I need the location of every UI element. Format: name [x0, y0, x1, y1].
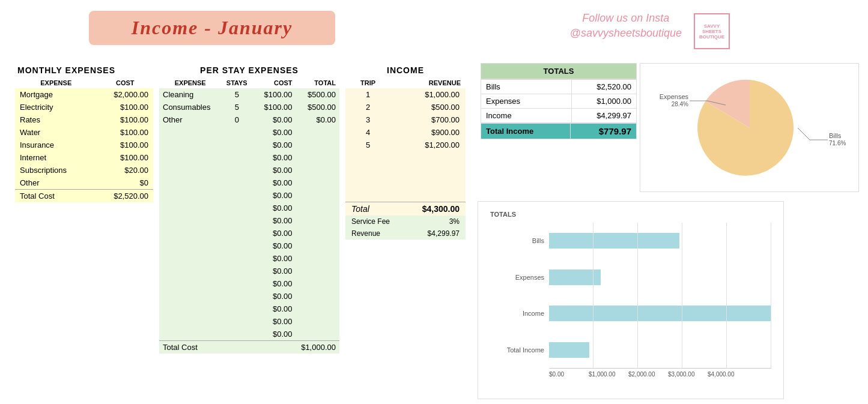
bar-row: Income [490, 306, 771, 321]
bills-label: Bills [829, 132, 842, 139]
totals-highlight-value: $779.97 [570, 124, 636, 139]
x-tick: $1,000.00 [589, 371, 628, 378]
bar-fill [549, 342, 589, 358]
list-item: $0.00 [159, 252, 339, 265]
totals-section: TOTALS Bills$2,520.00Expenses$1,000.00In… [481, 63, 637, 139]
monthly-total-label: Total Cost [15, 190, 84, 203]
list-item: 5$1,200.00 [345, 139, 466, 151]
income-table: INCOME TRIP REVENUE [345, 63, 466, 88]
list-item: 1$1,000.00 [345, 88, 466, 101]
bar-label: Total Income [490, 346, 549, 354]
bar-chart-section: TOTALS BillsExpensesIncomeTotal Income $… [478, 201, 784, 399]
income-data-table: 1$1,000.002$500.003$700.004$900.005$1,20… [345, 88, 466, 202]
bar-fill [549, 233, 679, 249]
table-row: Expenses$1,000.00 [481, 94, 637, 109]
list-item: $0.00 [159, 265, 339, 277]
service-fee-value: 3% [400, 216, 466, 228]
x-tick: $2,000.00 [628, 371, 668, 378]
perstay-expenses-section: PER STAY EXPENSES EXPENSE STAYS COST TOT… [159, 63, 339, 354]
bars-area: BillsExpensesIncomeTotal Income [490, 223, 771, 368]
bills-pct: 71.6% [829, 140, 846, 146]
perstay-col-cost: COST [252, 77, 296, 88]
monthly-expenses-table: MONTHLY EXPENSES EXPENSE COST [15, 63, 153, 88]
list-item: Cleaning5$100.00$500.00 [159, 88, 339, 101]
bar-label: Income [490, 310, 549, 317]
list-item: $0.00 [159, 328, 339, 340]
income-total-label: Total [345, 202, 400, 216]
list-item: $0.00 [159, 227, 339, 240]
tables-area: MONTHLY EXPENSES EXPENSE COST Mortgage$2… [15, 63, 466, 354]
bar-chart-body: BillsExpensesIncomeTotal Income $0.00$1,… [490, 223, 771, 378]
bar-row: Bills [490, 233, 771, 249]
list-item: $0.00 [159, 214, 339, 227]
expenses-label: Expenses [659, 93, 688, 100]
perstay-col-total: TOTAL [296, 77, 339, 88]
totals-data-table: Bills$2,520.00Expenses$1,000.00Income$4,… [481, 79, 637, 123]
monthly-section-title: MONTHLY EXPENSES [17, 65, 115, 75]
bills-leader [798, 128, 810, 140]
page-title: Income - January [89, 11, 335, 45]
list-item: $0.00 [159, 277, 339, 290]
x-tick: $0.00 [549, 371, 589, 378]
table-row: Income$4,299.97 [481, 109, 637, 123]
perstay-total-value: $1,000.00 [296, 341, 339, 354]
list-item: Rates$100.00 [15, 113, 153, 126]
table-row: Bills$2,520.00 [481, 80, 637, 94]
perstay-expenses-table: PER STAY EXPENSES EXPENSE STAYS COST TOT… [159, 63, 339, 88]
list-item: Electricity$100.00 [15, 101, 153, 113]
bar-chart-title: TOTALS [490, 211, 771, 218]
list-item: Insurance$100.00 [15, 139, 153, 151]
list-item: $0.00 [159, 126, 339, 139]
list-item: $0.00 [159, 164, 339, 176]
list-item: $0.00 [159, 139, 339, 151]
list-item: $0.00 [159, 189, 339, 202]
bar-row: Expenses [490, 270, 771, 285]
monthly-total-table: Total Cost $2,520.00 [15, 189, 153, 202]
list-item: Consumables5$100.00$500.00 [159, 101, 339, 113]
perstay-col-stays: STAYS [221, 77, 252, 88]
perstay-col-expense: EXPENSE [159, 77, 221, 88]
list-item: $0.00 [159, 290, 339, 303]
x-axis: $0.00$1,000.00$2,000.00$3,000.00$4,000.0… [549, 368, 771, 378]
totals-highlight-table: Total Income $779.97 [481, 123, 637, 139]
monthly-expenses-section: MONTHLY EXPENSES EXPENSE COST Mortgage$2… [15, 63, 153, 354]
list-item: $0.00 [159, 176, 339, 189]
income-section: INCOME TRIP REVENUE 1$1,000.002$500.003$… [345, 63, 466, 354]
x-tick: $4,000.00 [708, 371, 747, 378]
list-item: 4$900.00 [345, 126, 466, 139]
expenses-pct: 28.4% [671, 101, 688, 107]
list-item: 2$500.00 [345, 101, 466, 113]
service-fee-label: Service Fee [345, 216, 400, 228]
monthly-data-table: Mortgage$2,000.00Electricity$100.00Rates… [15, 88, 153, 189]
monthly-total-value: $2,520.00 [84, 190, 153, 203]
list-item: Subscriptions$20.00 [15, 164, 153, 176]
list-item: $0.00 [159, 303, 339, 315]
totals-highlight-label: Total Income [481, 124, 571, 139]
list-item: Mortgage$2,000.00 [15, 88, 153, 101]
revenue-value: $4,299.97 [400, 228, 466, 240]
x-tick: $3,000.00 [668, 371, 708, 378]
list-item: 3$700.00 [345, 113, 466, 126]
pie-chart: Expenses 28.4% Bills 71.6% [648, 68, 852, 188]
perstay-section-title: PER STAY EXPENSES [159, 63, 339, 77]
logo: SAVVYSHEETSBOUTIQUE [694, 13, 730, 49]
bar-row: Total Income [490, 342, 771, 358]
list-item: $0.00 [159, 151, 339, 164]
monthly-col-expense: EXPENSE [15, 77, 97, 88]
revenue-label: Revenue [345, 228, 400, 240]
bar-label: Bills [490, 237, 549, 244]
bar-fill [549, 306, 771, 321]
list-item: $0.00 [159, 202, 339, 214]
income-section-title: INCOME [345, 63, 466, 77]
perstay-data-table: Cleaning5$100.00$500.00Consumables5$100.… [159, 88, 339, 340]
perstay-total-table: Total Cost $1,000.00 [159, 340, 339, 354]
bar-fill [549, 270, 601, 285]
totals-section-title: TOTALS [481, 64, 637, 79]
list-item: $0.00 [159, 315, 339, 328]
list-item: Water$100.00 [15, 126, 153, 139]
monthly-col-cost: COST [97, 77, 153, 88]
pie-chart-section: Expenses 28.4% Bills 71.6% [640, 63, 859, 192]
bar-label: Expenses [490, 274, 549, 281]
perstay-total-label: Total Cost [159, 341, 221, 354]
income-total-value: $4,300.00 [400, 202, 466, 216]
